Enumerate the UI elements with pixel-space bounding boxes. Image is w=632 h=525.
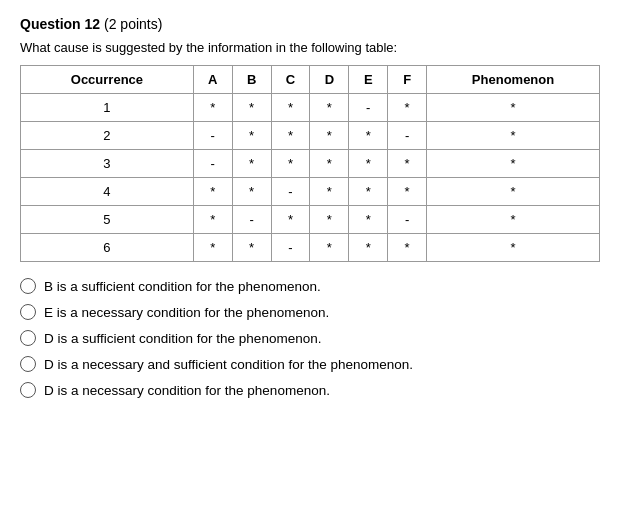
data-cell: * <box>232 234 271 262</box>
table-row: 4**-**** <box>21 178 600 206</box>
occurrence-header: Occurrence <box>21 66 194 94</box>
table-row: 6**-**** <box>21 234 600 262</box>
phenomenon-cell: * <box>427 122 600 150</box>
option-item[interactable]: E is a necessary condition for the pheno… <box>20 304 612 320</box>
radio-circle[interactable] <box>20 330 36 346</box>
option-label: D is a sufficient condition for the phen… <box>44 331 321 346</box>
phenomenon-cell: * <box>427 234 600 262</box>
data-cell: * <box>232 150 271 178</box>
data-cell: * <box>310 234 349 262</box>
data-cell: * <box>193 94 232 122</box>
data-cell: - <box>388 122 427 150</box>
occurrence-cell: 6 <box>21 234 194 262</box>
data-cell: * <box>310 94 349 122</box>
option-item[interactable]: D is a necessary condition for the pheno… <box>20 382 612 398</box>
data-cell: - <box>271 178 310 206</box>
data-cell: * <box>271 122 310 150</box>
data-cell: * <box>349 150 388 178</box>
data-cell: * <box>193 234 232 262</box>
option-item[interactable]: B is a sufficient condition for the phen… <box>20 278 612 294</box>
option-item[interactable]: D is a sufficient condition for the phen… <box>20 330 612 346</box>
data-table: Occurrence A B C D E F Phenomenon 1****-… <box>20 65 600 262</box>
table-row: 3-****** <box>21 150 600 178</box>
phenomenon-cell: * <box>427 178 600 206</box>
data-cell: * <box>271 150 310 178</box>
col-f-header: F <box>388 66 427 94</box>
col-c-header: C <box>271 66 310 94</box>
phenomenon-cell: * <box>427 206 600 234</box>
phenomenon-cell: * <box>427 94 600 122</box>
options-container: B is a sufficient condition for the phen… <box>20 278 612 398</box>
table-row: 1****-** <box>21 94 600 122</box>
data-cell: - <box>388 206 427 234</box>
option-label: E is a necessary condition for the pheno… <box>44 305 329 320</box>
data-cell: * <box>388 234 427 262</box>
data-cell: * <box>271 94 310 122</box>
data-cell: * <box>388 150 427 178</box>
data-cell: * <box>349 178 388 206</box>
data-cell: * <box>193 206 232 234</box>
data-cell: - <box>193 150 232 178</box>
occurrence-cell: 3 <box>21 150 194 178</box>
option-label: D is a necessary and sufficient conditio… <box>44 357 413 372</box>
option-label: B is a sufficient condition for the phen… <box>44 279 321 294</box>
question-header: Question 12 (2 points) <box>20 16 612 32</box>
data-cell: * <box>193 178 232 206</box>
data-cell: * <box>349 122 388 150</box>
radio-circle[interactable] <box>20 304 36 320</box>
question-points: (2 points) <box>104 16 162 32</box>
col-a-header: A <box>193 66 232 94</box>
question-prompt: What cause is suggested by the informati… <box>20 40 612 55</box>
data-cell: - <box>232 206 271 234</box>
data-cell: * <box>310 122 349 150</box>
data-cell: - <box>193 122 232 150</box>
data-cell: * <box>232 94 271 122</box>
data-cell: * <box>232 178 271 206</box>
phenomenon-cell: * <box>427 150 600 178</box>
occurrence-cell: 2 <box>21 122 194 150</box>
data-cell: * <box>310 178 349 206</box>
table-row: 5*-***-* <box>21 206 600 234</box>
occurrence-cell: 4 <box>21 178 194 206</box>
data-cell: * <box>388 94 427 122</box>
data-cell: * <box>349 206 388 234</box>
data-cell: * <box>349 234 388 262</box>
data-cell: * <box>310 150 349 178</box>
question-container: Question 12 (2 points) What cause is sug… <box>20 16 612 398</box>
occurrence-cell: 5 <box>21 206 194 234</box>
option-item[interactable]: D is a necessary and sufficient conditio… <box>20 356 612 372</box>
data-cell: * <box>232 122 271 150</box>
data-cell: - <box>271 234 310 262</box>
radio-circle[interactable] <box>20 278 36 294</box>
data-cell: - <box>349 94 388 122</box>
table-row: 2-****-* <box>21 122 600 150</box>
occurrence-cell: 1 <box>21 94 194 122</box>
col-e-header: E <box>349 66 388 94</box>
radio-circle[interactable] <box>20 382 36 398</box>
radio-circle[interactable] <box>20 356 36 372</box>
data-cell: * <box>271 206 310 234</box>
data-cell: * <box>310 206 349 234</box>
data-cell: * <box>388 178 427 206</box>
phenomenon-header: Phenomenon <box>427 66 600 94</box>
question-number: Question 12 <box>20 16 100 32</box>
option-label: D is a necessary condition for the pheno… <box>44 383 330 398</box>
col-b-header: B <box>232 66 271 94</box>
col-d-header: D <box>310 66 349 94</box>
